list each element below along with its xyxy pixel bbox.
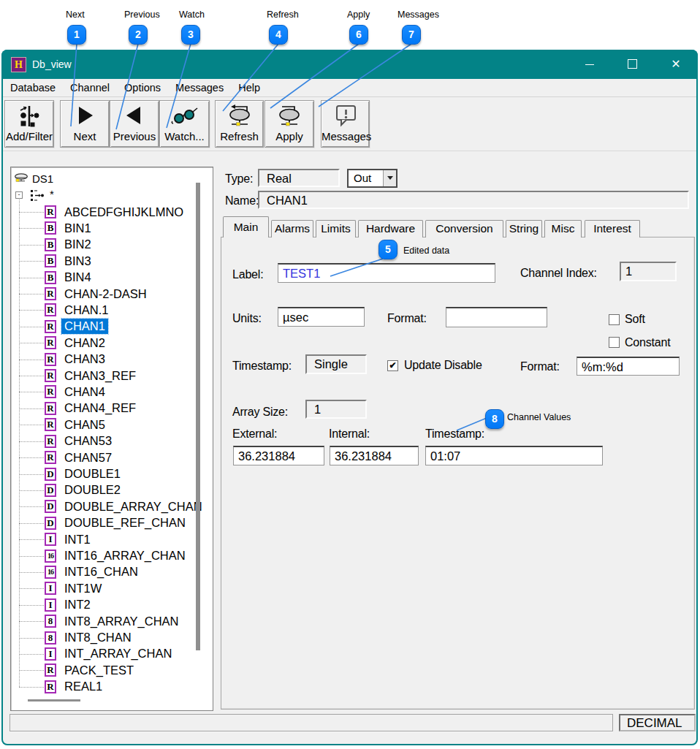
tree-item[interactable]: R CHAN4_REF: [11, 400, 213, 417]
label-input[interactable]: TEST1: [278, 263, 495, 283]
tree-item[interactable]: B BIN4: [11, 269, 213, 285]
tree-item[interactable]: I INT2: [11, 597, 213, 613]
constant-label: Constant: [625, 336, 670, 349]
apply-button[interactable]: Apply: [265, 100, 314, 148]
tree-connector: [19, 638, 44, 639]
tab[interactable]: Main: [223, 216, 269, 237]
tree-item[interactable]: R REAL1: [11, 679, 213, 695]
chevron-down-icon[interactable]: [383, 170, 396, 186]
callout-label-messages: Messages: [397, 9, 439, 20]
tree-connector: [19, 572, 44, 573]
tree-item[interactable]: I INT_ARRAY_CHAN: [11, 646, 213, 662]
tree-item[interactable]: 16 INT16_ARRAY_CHAN: [11, 547, 213, 563]
menu-item[interactable]: Channel: [63, 79, 117, 96]
tree-connector: [19, 343, 44, 343]
units-input[interactable]: µsec: [278, 307, 365, 327]
tree-item[interactable]: R PACK_TEST: [11, 662, 213, 678]
refresh-button[interactable]: Refresh: [215, 100, 264, 148]
apply-icon: [265, 101, 313, 130]
tree-item[interactable]: I INT1W: [11, 580, 213, 596]
database-node-icon: [14, 172, 28, 187]
tab[interactable]: Hardware: [358, 220, 423, 237]
tree-item[interactable]: R ABCEDFGHIJKLMNO: [11, 204, 213, 220]
tree-item[interactable]: 8 INT8_CHAN: [11, 629, 213, 645]
tree-group-star[interactable]: - *: [11, 187, 213, 203]
menu-item[interactable]: Messages: [168, 79, 231, 96]
tree-root-ds1[interactable]: DS1: [11, 171, 213, 187]
type-letter-icon: R: [45, 451, 56, 464]
close-button[interactable]: ✕: [668, 57, 684, 72]
tree-item[interactable]: D DOUBLE_REF_CHAN: [11, 515, 213, 531]
array-size-label: Array Size:: [232, 406, 288, 419]
tree-item[interactable]: D DOUBLE2: [11, 482, 213, 498]
callout-badge-8: 8: [485, 409, 504, 429]
format-input[interactable]: [446, 307, 547, 327]
watch-icon: [160, 101, 209, 130]
maximize-button[interactable]: [624, 57, 640, 72]
tree-item[interactable]: R CHAN.1: [11, 302, 213, 318]
add-filter-button[interactable]: Add/Filter: [4, 100, 54, 148]
tab[interactable]: Interest: [585, 220, 640, 237]
type-letter-icon: I: [45, 598, 56, 612]
constant-checkbox[interactable]: [609, 337, 620, 348]
tree-item[interactable]: I INT1: [11, 531, 213, 547]
watch-button[interactable]: Watch...: [159, 100, 210, 148]
tree-connector: [19, 654, 44, 655]
name-value-box: CHAN1: [258, 191, 689, 209]
tree-connector: [19, 228, 44, 229]
tree-item[interactable]: R CHAN53: [11, 433, 213, 449]
soft-checkbox[interactable]: [609, 314, 620, 325]
type-label: Type:: [225, 172, 253, 186]
tree-item[interactable]: R CHAN4: [11, 384, 213, 400]
tab[interactable]: String: [506, 220, 542, 237]
tree-item[interactable]: 16 INT16_CHAN: [11, 564, 213, 580]
tree-connector: [19, 212, 44, 213]
tree-item[interactable]: R CHAN5: [11, 417, 213, 433]
tab[interactable]: Misc: [544, 220, 582, 237]
tree-item[interactable]: D DOUBLE_ARRAY_CHAN: [11, 498, 213, 514]
menu-item[interactable]: Database: [3, 79, 63, 96]
type-letter-icon: R: [45, 205, 56, 218]
group-icon: [30, 189, 45, 205]
external-input[interactable]: 36.231884: [233, 446, 324, 465]
tree-item[interactable]: D DOUBLE1: [11, 465, 213, 482]
type-letter-icon: D: [45, 517, 56, 530]
tree-item[interactable]: R CHAN3: [11, 351, 213, 367]
units-label: Units:: [232, 312, 262, 325]
tab[interactable]: Alarms: [271, 220, 313, 237]
format2-input[interactable]: %m:%d: [577, 357, 680, 376]
tree-horizontal-scrollbar[interactable]: [28, 699, 80, 702]
tree-item[interactable]: R CHAN57: [11, 449, 213, 465]
window-title: Db_view: [32, 58, 72, 70]
tree-item[interactable]: 8 INT8_ARRAY_CHAN: [11, 613, 213, 629]
app-window: H Db_view ✕ DatabaseChannelOptionsMessag…: [1, 50, 698, 745]
type-letter-icon: I: [45, 533, 56, 546]
tree-item[interactable]: B BIN1: [11, 220, 213, 236]
tree-item[interactable]: B BIN2: [11, 237, 213, 253]
messages-button[interactable]: Messages: [321, 100, 370, 148]
menu-item[interactable]: Help: [231, 79, 267, 96]
tree-item[interactable]: B BIN3: [11, 253, 213, 269]
tab[interactable]: Limits: [316, 220, 356, 237]
menu-item[interactable]: Options: [117, 79, 168, 96]
app-icon: H: [11, 57, 26, 72]
type-letter-icon: R: [45, 680, 56, 693]
tree-connector: [19, 441, 44, 442]
tab[interactable]: Conversion: [425, 220, 503, 237]
tree-item[interactable]: R CHAN2: [11, 335, 213, 351]
tree-connector: [19, 588, 44, 589]
direction-combobox[interactable]: Out: [347, 169, 397, 188]
tree-item[interactable]: R CHAN3_REF: [11, 368, 213, 384]
tree-item[interactable]: R CHAN1: [11, 319, 213, 335]
timestamp2-input[interactable]: 01:07: [425, 446, 603, 465]
tree-item[interactable]: R CHAN-2-DASH: [11, 286, 213, 302]
array-size-box: 1: [305, 400, 367, 419]
internal-input[interactable]: 36.231884: [330, 446, 419, 465]
minimize-button[interactable]: [582, 57, 598, 72]
tab-bar: MainAlarmsLimitsHardwareConversionString…: [223, 216, 642, 237]
tree-vertical-scrollbar[interactable]: [196, 183, 200, 650]
next-button[interactable]: Next: [60, 100, 110, 148]
previous-button[interactable]: Previous: [110, 100, 159, 148]
collapse-icon[interactable]: -: [15, 191, 23, 199]
update-disable-checkbox[interactable]: ✔: [387, 360, 398, 371]
